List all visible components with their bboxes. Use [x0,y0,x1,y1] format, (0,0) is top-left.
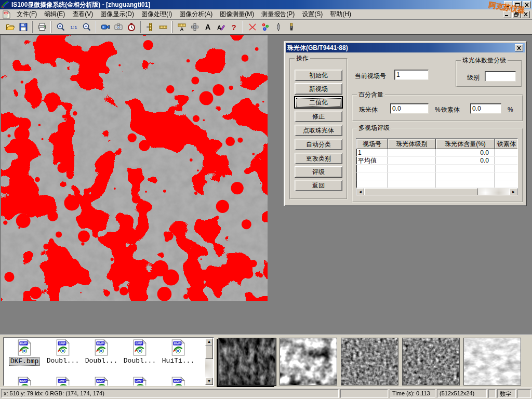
curve-cut-icon[interactable] [246,21,259,33]
file-vertical-scrollbar[interactable]: ▲ ▼ [205,338,213,385]
capture-image-icon[interactable] [112,21,125,33]
file-item-3[interactable]: BMPDoubl... [82,339,121,377]
timer-icon[interactable] [125,21,138,33]
file-item-6[interactable]: BMP [5,377,44,386]
file-item-8[interactable]: BMP [82,377,121,386]
rating-table-header: 视场号珠光体级别珠光体含量(%)铁素体 [356,139,517,149]
actual-size-icon[interactable]: 1:1 [67,21,80,33]
file-name: DKF.bmp [9,357,41,366]
brush-icon[interactable] [285,21,298,33]
file-item-2[interactable]: BMPDoubl... [44,339,82,377]
zoom-in-icon[interactable] [54,21,67,33]
menu-item-5[interactable]: 图像处理(I) [138,9,176,20]
ferrite-label: 铁素体 [441,106,460,113]
op-button-5[interactable]: 点取珠光体 [295,125,342,136]
table-row-1[interactable]: 10.0 [356,149,517,157]
menu-item-3[interactable]: 查看(V) [69,9,97,20]
maximize-button[interactable] [513,1,522,8]
scroll-right-button[interactable]: ► [510,188,517,195]
thumbnail-3[interactable] [341,338,398,385]
annotate-icon[interactable]: A [214,21,227,33]
scroll-thumb[interactable] [364,188,477,195]
video-camera-icon[interactable] [99,21,112,33]
micrograph-image[interactable] [1,35,268,301]
table-header-3[interactable]: 珠光体含量(%) [436,139,495,149]
phase-classify-icon[interactable]: 123 [259,21,272,33]
table-header-4[interactable]: 铁素体 [495,139,518,149]
file-item-9[interactable]: BMP [121,377,159,386]
pen-icon[interactable] [272,21,285,33]
table-cell [495,172,518,180]
save-icon[interactable] [17,21,30,33]
op-button-2[interactable]: 新视场 [295,83,342,95]
menu-item-8[interactable]: 测量报告(P) [258,9,298,20]
ferrite-input[interactable] [470,103,501,114]
toolbar-group: AAA? [172,21,242,33]
menu-item-6[interactable]: 图像分析(A) [176,9,216,20]
table-horizontal-scrollbar[interactable]: ◄ ► [356,188,517,195]
op-button-3[interactable]: 二值化 [295,97,342,108]
op-button-4[interactable]: 修正 [295,111,342,122]
thumbnail-4[interactable] [402,338,460,385]
pattern-grid-icon[interactable] [188,21,201,33]
file-item-1[interactable]: BMPDKF.bmp [5,339,44,377]
current-field-input[interactable] [394,70,429,80]
menu-item-9[interactable]: 设置(S) [298,9,326,20]
file-item-7[interactable]: BMP [44,377,82,386]
table-row-3[interactable] [356,165,517,172]
op-button-6[interactable]: 自动分类 [295,139,342,150]
op-button-1[interactable]: 初始化 [295,70,342,81]
file-item-5[interactable]: BMPHuiTi... [159,339,197,377]
dialog-title-bar[interactable]: 珠光体(GB/T9441-88) [286,43,525,52]
table-cell [388,180,436,188]
help-icon[interactable]: ? [227,21,240,33]
minimize-button[interactable] [504,1,512,8]
scroll-up-button[interactable]: ▲ [205,338,213,345]
table-row-2[interactable]: 平均值0.0 [356,157,517,165]
ruler-icon[interactable] [156,21,169,33]
table-row-4[interactable] [356,172,517,180]
file-scroll-track[interactable] [205,345,213,378]
open-file-icon[interactable] [4,21,17,33]
status-panel-3: Time (s): 0.113 [390,389,435,398]
thumbnail-1[interactable] [218,338,276,385]
file-scroll-thumb[interactable] [205,345,213,359]
thumbnail-2[interactable] [280,338,337,385]
zoom-out-icon[interactable] [80,21,93,33]
op-button-7[interactable]: 更改类别 [295,153,342,164]
scroll-down-button[interactable]: ▼ [205,378,213,385]
pearlite-label: 珠光体 [359,106,378,113]
scroll-left-button[interactable]: ◄ [356,188,364,195]
file-item-4[interactable]: BMPDoubl... [121,339,159,377]
op-button-9[interactable]: 返回 [295,180,342,191]
measure-scale-icon[interactable]: A [175,21,188,33]
dialog-close-button[interactable] [515,44,523,51]
child-close-button[interactable] [522,11,530,18]
table-cell [436,165,495,172]
print-icon[interactable] [35,21,48,33]
op-button-8[interactable]: 评级 [295,166,342,178]
menu-item-7[interactable]: 图像测量(M) [216,9,258,20]
caliper-icon[interactable] [143,21,156,33]
table-header-1[interactable]: 视场号 [356,139,388,149]
current-field-label: 当前视场号 [355,72,386,79]
text-label-icon[interactable]: A [201,21,214,33]
document-icon[interactable]: DOC [2,10,11,19]
menu-item-2[interactable]: 编辑(E) [41,9,69,20]
table-cell: 0.0 [436,149,495,156]
close-button[interactable] [523,1,531,8]
menu-item-4[interactable]: 图像显示(D) [97,9,138,20]
file-name: HuiTi... [161,357,195,365]
file-item-10[interactable]: BMP [159,377,197,386]
toolbar-group: 1:1 [51,21,95,33]
pearlite-input[interactable] [390,103,429,114]
table-row-5[interactable] [356,180,517,188]
thumbnail-5[interactable] [463,338,521,385]
child-minimize-button[interactable] [503,11,511,18]
scroll-track[interactable] [364,188,510,195]
menu-item-1[interactable]: 文件(F) [13,9,41,20]
child-restore-button[interactable] [512,11,521,18]
grade-input[interactable] [485,71,516,82]
table-header-2[interactable]: 珠光体级别 [388,139,436,149]
menu-item-10[interactable]: 帮助(H) [326,9,355,20]
